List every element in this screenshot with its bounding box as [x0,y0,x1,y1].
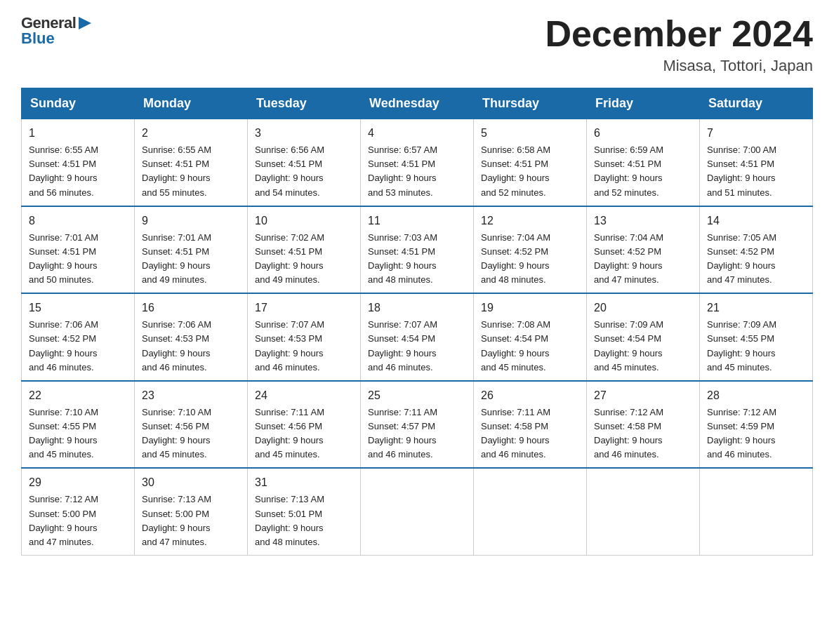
cell-info: Sunrise: 7:00 AMSunset: 4:51 PMDaylight:… [707,143,805,200]
week-row-1: 1 Sunrise: 6:55 AMSunset: 4:51 PMDayligh… [22,119,813,206]
day-number: 16 [142,300,240,316]
cell-info: Sunrise: 6:57 AMSunset: 4:51 PMDaylight:… [368,143,466,200]
day-number: 14 [707,213,805,229]
calendar-cell: 27 Sunrise: 7:12 AMSunset: 4:58 PMDaylig… [587,381,700,469]
day-header-friday: Friday [587,88,700,119]
cell-info: Sunrise: 7:02 AMSunset: 4:51 PMDaylight:… [255,231,353,288]
calendar-cell: 3 Sunrise: 6:56 AMSunset: 4:51 PMDayligh… [248,119,361,206]
title-section: December 2024 Misasa, Tottori, Japan [545,14,813,75]
calendar-cell: 25 Sunrise: 7:11 AMSunset: 4:57 PMDaylig… [361,381,474,469]
calendar-cell: 22 Sunrise: 7:10 AMSunset: 4:55 PMDaylig… [22,381,135,469]
cell-info: Sunrise: 7:03 AMSunset: 4:51 PMDaylight:… [368,231,466,288]
cell-info: Sunrise: 6:59 AMSunset: 4:51 PMDaylight:… [594,143,692,200]
cell-info: Sunrise: 7:06 AMSunset: 4:53 PMDaylight:… [142,318,240,375]
calendar-cell: 5 Sunrise: 6:58 AMSunset: 4:51 PMDayligh… [474,119,587,206]
calendar-cell: 9 Sunrise: 7:01 AMSunset: 4:51 PMDayligh… [135,206,248,294]
day-header-wednesday: Wednesday [361,88,474,119]
calendar-cell: 17 Sunrise: 7:07 AMSunset: 4:53 PMDaylig… [248,293,361,381]
day-number: 28 [707,387,805,404]
cell-info: Sunrise: 7:07 AMSunset: 4:54 PMDaylight:… [368,318,466,375]
day-header-sunday: Sunday [22,88,135,119]
cell-info: Sunrise: 6:58 AMSunset: 4:51 PMDaylight:… [481,143,579,200]
calendar-cell: 31 Sunrise: 7:13 AMSunset: 5:01 PMDaylig… [248,468,361,555]
day-number: 4 [368,125,466,142]
day-number: 29 [29,474,127,491]
calendar-cell: 15 Sunrise: 7:06 AMSunset: 4:52 PMDaylig… [22,293,135,381]
calendar-cell: 21 Sunrise: 7:09 AMSunset: 4:55 PMDaylig… [700,293,813,381]
week-row-3: 15 Sunrise: 7:06 AMSunset: 4:52 PMDaylig… [22,293,813,381]
page-header: General Blue December 2024 Misasa, Totto… [21,14,813,75]
cell-info: Sunrise: 7:12 AMSunset: 5:00 PMDaylight:… [29,492,127,549]
day-number: 7 [707,125,805,142]
day-number: 12 [481,213,579,229]
cell-info: Sunrise: 7:11 AMSunset: 4:56 PMDaylight:… [255,405,353,462]
calendar-header-row: SundayMondayTuesdayWednesdayThursdayFrid… [22,88,813,119]
day-number: 15 [29,300,127,316]
calendar-cell: 26 Sunrise: 7:11 AMSunset: 4:58 PMDaylig… [474,381,587,469]
cell-info: Sunrise: 7:12 AMSunset: 4:59 PMDaylight:… [707,405,805,462]
day-number: 2 [142,125,240,142]
calendar-cell: 28 Sunrise: 7:12 AMSunset: 4:59 PMDaylig… [700,381,813,469]
calendar-cell: 23 Sunrise: 7:10 AMSunset: 4:56 PMDaylig… [135,381,248,469]
day-header-thursday: Thursday [474,88,587,119]
day-number: 11 [368,213,466,229]
day-number: 8 [29,213,127,229]
calendar-cell: 13 Sunrise: 7:04 AMSunset: 4:52 PMDaylig… [587,206,700,294]
calendar-cell: 10 Sunrise: 7:02 AMSunset: 4:51 PMDaylig… [248,206,361,294]
week-row-2: 8 Sunrise: 7:01 AMSunset: 4:51 PMDayligh… [22,206,813,294]
day-number: 23 [142,387,240,404]
day-number: 6 [594,125,692,142]
calendar-cell: 11 Sunrise: 7:03 AMSunset: 4:51 PMDaylig… [361,206,474,294]
month-title: December 2024 [545,14,813,54]
calendar-cell: 6 Sunrise: 6:59 AMSunset: 4:51 PMDayligh… [587,119,700,206]
week-row-4: 22 Sunrise: 7:10 AMSunset: 4:55 PMDaylig… [22,381,813,469]
cell-info: Sunrise: 7:01 AMSunset: 4:51 PMDaylight:… [29,231,127,288]
cell-info: Sunrise: 7:04 AMSunset: 4:52 PMDaylight:… [594,231,692,288]
calendar-cell: 29 Sunrise: 7:12 AMSunset: 5:00 PMDaylig… [22,468,135,555]
logo-blue-text: Blue [21,29,55,48]
cell-info: Sunrise: 6:55 AMSunset: 4:51 PMDaylight:… [29,143,127,200]
cell-info: Sunrise: 7:01 AMSunset: 4:51 PMDaylight:… [142,231,240,288]
day-number: 13 [594,213,692,229]
day-number: 25 [368,387,466,404]
cell-info: Sunrise: 7:05 AMSunset: 4:52 PMDaylight:… [707,231,805,288]
day-number: 1 [29,125,127,142]
logo: General Blue [21,14,93,48]
day-number: 31 [255,474,353,491]
cell-info: Sunrise: 6:55 AMSunset: 4:51 PMDaylight:… [142,143,240,200]
calendar-cell [587,468,700,555]
calendar-cell: 20 Sunrise: 7:09 AMSunset: 4:54 PMDaylig… [587,293,700,381]
week-row-5: 29 Sunrise: 7:12 AMSunset: 5:00 PMDaylig… [22,468,813,555]
calendar-cell: 7 Sunrise: 7:00 AMSunset: 4:51 PMDayligh… [700,119,813,206]
calendar-cell: 18 Sunrise: 7:07 AMSunset: 4:54 PMDaylig… [361,293,474,381]
day-header-monday: Monday [135,88,248,119]
calendar-cell: 30 Sunrise: 7:13 AMSunset: 5:00 PMDaylig… [135,468,248,555]
day-header-saturday: Saturday [700,88,813,119]
calendar-cell [361,468,474,555]
day-number: 10 [255,213,353,229]
day-number: 5 [481,125,579,142]
cell-info: Sunrise: 7:13 AMSunset: 5:00 PMDaylight:… [142,492,240,549]
calendar-cell: 12 Sunrise: 7:04 AMSunset: 4:52 PMDaylig… [474,206,587,294]
cell-info: Sunrise: 7:09 AMSunset: 4:55 PMDaylight:… [707,318,805,375]
calendar-cell: 1 Sunrise: 6:55 AMSunset: 4:51 PMDayligh… [22,119,135,206]
cell-info: Sunrise: 7:04 AMSunset: 4:52 PMDaylight:… [481,231,579,288]
cell-info: Sunrise: 7:11 AMSunset: 4:58 PMDaylight:… [481,405,579,462]
calendar-cell [474,468,587,555]
cell-info: Sunrise: 7:07 AMSunset: 4:53 PMDaylight:… [255,318,353,375]
calendar-cell: 4 Sunrise: 6:57 AMSunset: 4:51 PMDayligh… [361,119,474,206]
day-number: 30 [142,474,240,491]
day-number: 27 [594,387,692,404]
cell-info: Sunrise: 7:13 AMSunset: 5:01 PMDaylight:… [255,492,353,549]
calendar-cell: 14 Sunrise: 7:05 AMSunset: 4:52 PMDaylig… [700,206,813,294]
calendar-cell: 8 Sunrise: 7:01 AMSunset: 4:51 PMDayligh… [22,206,135,294]
cell-info: Sunrise: 7:06 AMSunset: 4:52 PMDaylight:… [29,318,127,375]
cell-info: Sunrise: 7:12 AMSunset: 4:58 PMDaylight:… [594,405,692,462]
cell-info: Sunrise: 6:56 AMSunset: 4:51 PMDaylight:… [255,143,353,200]
day-number: 26 [481,387,579,404]
calendar-cell: 24 Sunrise: 7:11 AMSunset: 4:56 PMDaylig… [248,381,361,469]
calendar-table: SundayMondayTuesdayWednesdayThursdayFrid… [21,88,813,556]
day-number: 20 [594,300,692,316]
day-number: 21 [707,300,805,316]
calendar-cell: 19 Sunrise: 7:08 AMSunset: 4:54 PMDaylig… [474,293,587,381]
